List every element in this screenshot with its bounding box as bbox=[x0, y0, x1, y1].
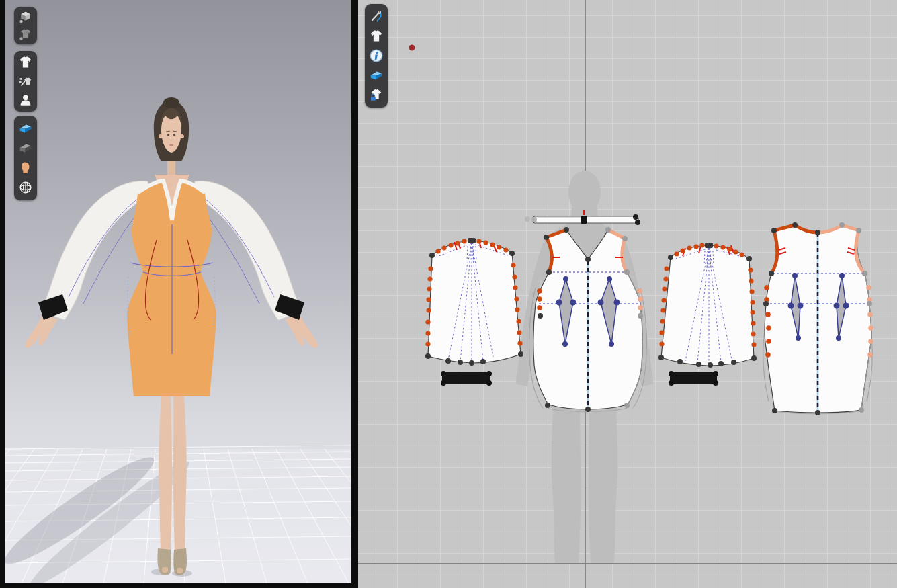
pattern-piece-sleeve-left[interactable] bbox=[425, 238, 523, 386]
fabric-dark-icon[interactable] bbox=[16, 138, 35, 157]
cube-3d-icon[interactable] bbox=[16, 9, 35, 26]
toolbar-3d-style-group bbox=[14, 116, 37, 200]
cuff-piece-left[interactable] bbox=[441, 371, 492, 386]
garment-sphere-icon[interactable] bbox=[16, 26, 35, 42]
viewport-3d[interactable] bbox=[5, 0, 351, 583]
needle-thread-icon[interactable] bbox=[367, 7, 386, 26]
fabric-blue-icon[interactable] bbox=[367, 66, 386, 85]
pin-garment-icon[interactable] bbox=[16, 72, 35, 91]
garment-lock-icon[interactable] bbox=[367, 86, 386, 105]
scene-3d-render bbox=[5, 0, 351, 583]
toolbar-2d-pattern-tools bbox=[365, 4, 388, 108]
garment-show-icon[interactable] bbox=[367, 27, 386, 46]
clo3d-workspace: { "window": { "layout": "dual-viewport",… bbox=[0, 0, 897, 588]
viewport-2d-pattern[interactable] bbox=[358, 0, 897, 588]
avatar-right-leg bbox=[173, 396, 187, 550]
toolbar-3d-render-group bbox=[14, 7, 37, 44]
toolbar-3d-display-group bbox=[14, 51, 37, 112]
scene-2d-pattern bbox=[358, 0, 897, 588]
info-icon[interactable] bbox=[367, 46, 386, 65]
avatar-left-leg bbox=[159, 396, 172, 550]
pattern-piece-back-bodice[interactable] bbox=[763, 222, 873, 415]
avatar-show-icon[interactable] bbox=[16, 91, 35, 110]
fabric-blue-icon[interactable] bbox=[16, 119, 35, 138]
origin-marker[interactable] bbox=[409, 45, 415, 51]
pattern-piece-sleeve-right[interactable] bbox=[658, 243, 757, 386]
avatar-head-icon[interactable] bbox=[16, 159, 35, 177]
garment-show-icon[interactable] bbox=[16, 53, 35, 72]
cuff-piece-right[interactable] bbox=[669, 371, 718, 386]
hair-bun bbox=[163, 97, 179, 108]
globe-icon[interactable] bbox=[16, 178, 35, 197]
avatar-head bbox=[154, 97, 189, 161]
